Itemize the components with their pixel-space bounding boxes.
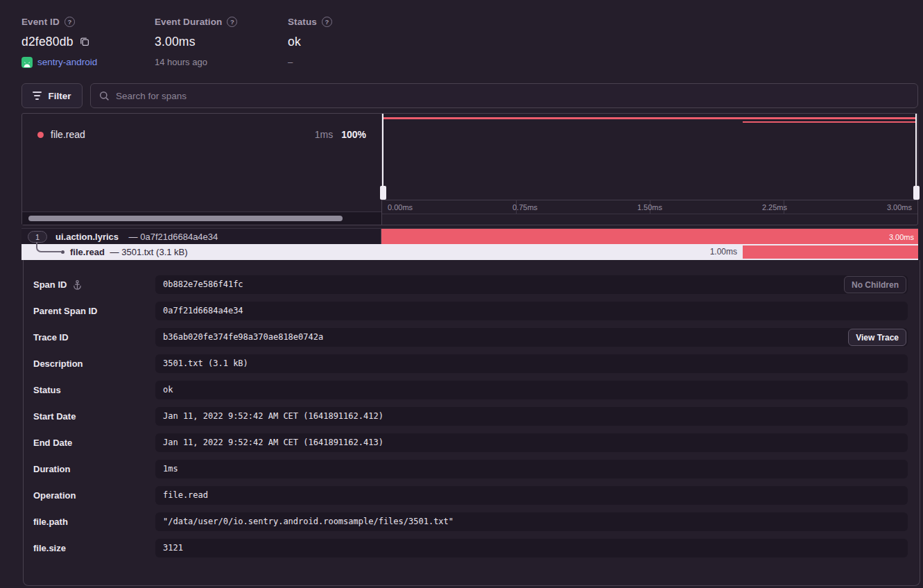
no-children-badge: No Children [844, 276, 906, 293]
axis-tick-label: 1.50ms [637, 203, 662, 211]
search-icon [99, 91, 110, 101]
span-duration-label: 3.00ms [889, 233, 914, 241]
detail-value: ok [155, 381, 908, 399]
help-icon[interactable]: ? [227, 17, 237, 27]
event-id-block: Event ID ? d2fe80db sentry-android [21, 15, 97, 68]
horizontal-scrollbar-track[interactable] [22, 211, 381, 225]
detail-value: "/data/user/0/io.sentry.android.roomsamp… [155, 512, 908, 531]
help-icon[interactable]: ? [64, 17, 75, 27]
span-search [90, 83, 918, 108]
status-label: Status [288, 17, 317, 27]
detail-value: file.read [155, 486, 908, 505]
anchor-icon[interactable] [72, 279, 83, 290]
filter-button[interactable]: Filter [21, 83, 83, 108]
detail-row: Trace ID b36ab020fe374fe98a370ae818e0742… [24, 328, 920, 347]
status-sub: – [288, 57, 293, 67]
detail-row: Description 3501.txt (3.1 kB) [24, 354, 920, 373]
detail-label: End Date [33, 438, 72, 448]
detail-row: End Date Jan 11, 2022 9:52:42 AM CET (16… [24, 433, 920, 452]
android-platform-icon [21, 57, 33, 68]
detail-label: Status [33, 385, 61, 395]
event-id-value: d2fe80db [21, 35, 74, 49]
span-duration-bar[interactable]: 3.00ms [381, 229, 918, 245]
detail-value: 0b882e7e586f41fc [155, 275, 908, 294]
viewport-handle-left[interactable] [382, 114, 383, 200]
tree-connector [36, 242, 61, 252]
detail-row: Start Date Jan 11, 2022 9:52:42 AM CET (… [24, 407, 920, 426]
event-duration-block: Event Duration ? 3.00ms 14 hours ago [155, 15, 237, 68]
span-details-panel: Span ID 0b882e7e586f41fc No Children [23, 260, 920, 586]
minimap-chart[interactable] [382, 114, 917, 200]
span-operation: ui.action.lyrics [55, 232, 119, 242]
status-value: ok [288, 35, 301, 49]
minimap-span-bar-root [383, 117, 916, 119]
detail-value: Jan 11, 2022 9:52:42 AM CET (1641891162.… [155, 407, 908, 426]
minimap-timeline[interactable]: 0.00ms0.75ms1.50ms2.25ms3.00ms [382, 114, 917, 225]
op-name: file.read [51, 129, 85, 140]
detail-row: file.size 3121 [24, 539, 920, 557]
detail-value: 3121 [155, 539, 908, 557]
detail-row: Span ID 0b882e7e586f41fc No Children [24, 275, 920, 294]
trace-minimap: file.read 1ms 100% 0.00ms0.75ms1.50ms2.2… [21, 113, 918, 225]
ops-breakdown-panel: file.read 1ms 100% [22, 114, 381, 225]
copy-icon[interactable] [79, 36, 90, 47]
op-color-dot [37, 132, 44, 138]
detail-value: 0a7f21d6684a4e34 [155, 302, 908, 320]
axis-tick-label: 2.25ms [762, 203, 787, 211]
event-duration-label: Event Duration [155, 17, 222, 27]
viewport-handle-right[interactable] [915, 114, 917, 200]
tree-connector-dot [61, 250, 64, 254]
axis-tick-label: 0.00ms [388, 203, 413, 211]
detail-row: Operation file.read [24, 486, 920, 505]
time-axis: 0.00ms0.75ms1.50ms2.25ms3.00ms [382, 200, 917, 214]
detail-label: Duration [33, 464, 70, 474]
span-duration-bar[interactable] [743, 245, 918, 259]
detail-value: 3501.txt (3.1 kB) [155, 354, 908, 373]
detail-row: file.path "/data/user/0/io.sentry.androi… [24, 512, 920, 531]
filter-icon [33, 92, 42, 100]
filter-button-label: Filter [48, 91, 71, 101]
detail-label: Span ID [33, 279, 67, 290]
axis-tick-label: 3.00ms [887, 203, 912, 211]
horizontal-scrollbar-thumb[interactable] [28, 216, 343, 221]
op-duration: 1ms [315, 129, 333, 140]
event-id-label: Event ID [21, 17, 60, 27]
detail-value: 1ms [155, 460, 908, 478]
event-age: 14 hours ago [155, 57, 207, 67]
span-detail-page: Event ID ? d2fe80db sentry-android [0, 0, 923, 588]
detail-label: Operation [33, 490, 76, 501]
ops-breakdown-row: file.read 1ms 100% [22, 128, 381, 141]
project-link[interactable]: sentry-android [37, 57, 97, 67]
detail-label: Description [33, 358, 83, 369]
axis-tick-label: 0.75ms [512, 203, 537, 211]
event-duration-value: 3.00ms [155, 35, 196, 49]
detail-row: Status ok [24, 381, 920, 399]
span-row-selected[interactable]: file.read — 3501.txt (3.1 kB) 1.00ms [21, 244, 918, 260]
op-percent: 100% [341, 129, 366, 140]
span-description: — 0a7f21d6684a4e34 [126, 232, 218, 242]
detail-label: Trace ID [33, 332, 69, 343]
detail-row: Duration 1ms [24, 460, 920, 478]
status-block: Status ? ok – [288, 15, 332, 68]
search-input[interactable] [116, 91, 909, 101]
view-trace-button[interactable]: View Trace [848, 329, 906, 346]
detail-label: file.path [33, 517, 68, 527]
span-children-count-badge[interactable]: 1 [28, 231, 47, 243]
detail-label: Parent Span ID [33, 306, 97, 316]
span-operation: file.read [70, 247, 105, 257]
span-row-root[interactable]: 1 ui.action.lyrics — 0a7f21d6684a4e34 3.… [21, 228, 918, 244]
detail-row: Parent Span ID 0a7f21d6684a4e34 [24, 302, 920, 320]
help-icon[interactable]: ? [322, 17, 332, 27]
detail-label: file.size [33, 543, 66, 553]
detail-value: Jan 11, 2022 9:52:42 AM CET (1641891162.… [155, 433, 908, 452]
detail-label: Start Date [33, 411, 76, 422]
minimap-span-bar-child [743, 121, 916, 123]
span-description: — 3501.txt (3.1 kB) [107, 247, 188, 257]
span-duration-label: 1.00ms [710, 247, 737, 257]
detail-value: b36ab020fe374fe98a370ae818e0742a [155, 328, 908, 347]
